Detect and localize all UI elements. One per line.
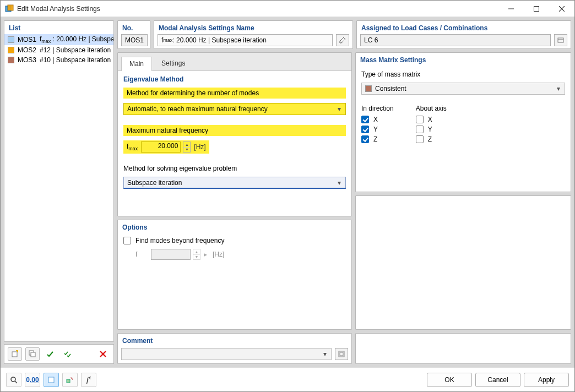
f-input [151, 249, 191, 260]
decimals-tool[interactable]: 0.00 [25, 373, 40, 387]
cancel-button[interactable]: Cancel [475, 373, 520, 387]
close-button[interactable] [549, 1, 574, 17]
chevron-down-icon: ▾ [556, 85, 561, 92]
lc-details-button[interactable] [554, 34, 567, 46]
svg-rect-8 [31, 352, 35, 357]
fmax-symbol: fmax [127, 143, 138, 151]
list-item-desc: #10 | Subspace iteration [40, 56, 111, 64]
list-item-desc: #12 | Subspace iteration [40, 46, 111, 54]
window-title: Edit Modal Analysis Settings [17, 5, 100, 13]
eigen-section-title: Eigenvalue Method [123, 75, 346, 85]
chevron-down-icon: ▾ [322, 350, 328, 358]
new-button[interactable] [8, 347, 22, 361]
dir-x-label: X [373, 116, 378, 123]
function-tool[interactable]: fx [81, 373, 96, 387]
color-swatch [8, 36, 14, 43]
list-item[interactable]: MOS3 #10 | Subspace iteration [4, 55, 113, 65]
lc-field[interactable]: LC 6 [360, 34, 551, 46]
tab-main[interactable]: Main [121, 57, 152, 71]
check-multi-button[interactable] [61, 347, 75, 361]
axis-z-label: Z [428, 135, 432, 143]
fmax-label: Maximum natural frequency [123, 125, 346, 136]
modes-method-select[interactable]: Automatic, to reach maximum natural freq… [123, 103, 346, 115]
fmax-input[interactable]: 20.000 [141, 141, 181, 153]
beyond-freq-label: Find modes beyond frequency [135, 237, 224, 244]
list-item-desc: fmax : 20.000 Hz | Subspace iteration [40, 35, 113, 44]
name-title: Modal Analysis Settings Name [154, 21, 352, 34]
f-unit: [Hz] [213, 251, 224, 258]
axis-y-label: Y [428, 126, 432, 133]
axis-head: About axis [416, 105, 447, 115]
search-tool[interactable] [6, 373, 21, 387]
svg-rect-14 [340, 352, 343, 356]
color-swatch [8, 47, 14, 53]
svg-rect-11 [558, 38, 563, 42]
ok-button[interactable]: OK [427, 373, 472, 387]
delete-button[interactable] [96, 347, 110, 361]
axis-x-checkbox[interactable] [416, 116, 424, 123]
solver-value: Subspace iteration [127, 179, 182, 187]
beyond-freq-checkbox[interactable] [123, 237, 131, 244]
mass-type-value: Consistent [375, 85, 406, 92]
edit-name-button[interactable] [336, 34, 349, 46]
params-tool[interactable] [62, 373, 78, 387]
chevron-down-icon: ▾ [337, 105, 342, 113]
comment-extra-button[interactable] [335, 348, 348, 360]
list-title: List [4, 21, 113, 34]
f-symbol: f [135, 251, 147, 258]
svg-rect-3 [534, 6, 539, 11]
color-swatch [365, 85, 372, 92]
f-go-icon: ▸ [203, 251, 208, 258]
mass-type-select[interactable]: Consistent ▾ [361, 83, 565, 95]
no-title: No. [118, 21, 150, 34]
svg-rect-18 [67, 379, 70, 383]
solver-label: Method for solving eigenvalue problem [123, 162, 346, 175]
axis-z-checkbox[interactable] [416, 135, 424, 143]
direction-head: In direction [361, 105, 394, 115]
axis-y-checkbox[interactable] [416, 126, 424, 133]
comment-section-title: Comment [118, 334, 351, 346]
app-icon [5, 4, 14, 13]
apply-button[interactable]: Apply [524, 373, 569, 387]
modes-method-value: Automatic, to reach maximum natural freq… [127, 105, 268, 113]
list-item-code: MOS2 [18, 46, 36, 54]
solver-select[interactable]: Subspace iteration ▾ [123, 177, 346, 189]
f-spinner: ▲▼ [193, 249, 200, 260]
svg-rect-17 [48, 377, 54, 383]
fmax-spinner[interactable]: ▲▼ [183, 141, 191, 153]
svg-point-15 [11, 377, 15, 382]
list-item-code: MOS3 [18, 56, 36, 64]
comment-select[interactable]: ▾ [121, 348, 332, 360]
svg-rect-6 [12, 352, 17, 357]
color-swatch [8, 57, 14, 63]
minimize-button[interactable] [498, 1, 524, 17]
tab-settings[interactable]: Settings [153, 56, 193, 70]
highlight-tool[interactable] [44, 373, 59, 387]
settings-list[interactable]: MOS1 fmax : 20.000 Hz | Subspace iterati… [4, 34, 113, 341]
check-single-button[interactable] [43, 347, 57, 361]
dir-z-label: Z [373, 135, 377, 143]
modes-label: Method for determining the number of mod… [123, 88, 346, 99]
svg-rect-1 [8, 5, 13, 10]
list-item[interactable]: MOS1 fmax : 20.000 Hz | Subspace iterati… [4, 34, 113, 45]
no-field[interactable]: MOS1 [121, 34, 148, 46]
dir-y-checkbox[interactable] [361, 126, 369, 133]
mass-section-title: Mass Matrix Settings [356, 53, 571, 66]
fmax-unit: [Hz] [194, 143, 205, 151]
svg-line-16 [15, 381, 17, 383]
options-section-title: Options [118, 220, 351, 233]
mass-type-label: Type of mass matrix [361, 68, 565, 80]
maximize-button[interactable] [524, 1, 549, 17]
list-item[interactable]: MOS2 #12 | Subspace iteration [4, 45, 113, 55]
copy-button[interactable] [25, 347, 40, 361]
dir-x-checkbox[interactable] [361, 116, 369, 123]
dir-y-label: Y [373, 126, 378, 133]
chevron-down-icon: ▾ [337, 179, 342, 187]
name-field[interactable]: fmax : 20.000 Hz | Subspace iteration [158, 34, 333, 46]
lc-title: Assigned to Load Cases / Combinations [357, 21, 571, 34]
axis-x-label: X [428, 116, 432, 123]
list-item-code: MOS1 [18, 36, 36, 43]
dir-z-checkbox[interactable] [361, 135, 369, 143]
